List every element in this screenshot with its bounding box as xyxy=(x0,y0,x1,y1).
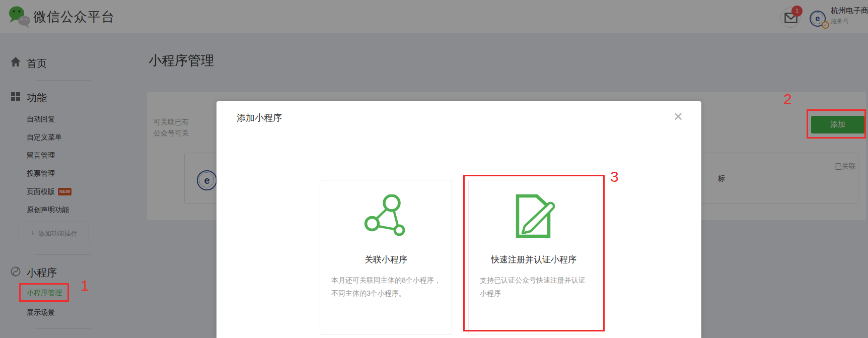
option-link-miniprogram[interactable]: 关联小程序 本月还可关联同主体的8个小程序， 不同主体的3个小程序。 xyxy=(320,180,452,334)
option-description: 本月还可关联同主体的8个小程序， 不同主体的3个小程序。 xyxy=(331,274,442,300)
option-title: 关联小程序 xyxy=(320,254,452,265)
desc-line: 不同主体的3个小程序。 xyxy=(331,287,442,300)
annotation-number-1: 1 xyxy=(81,277,89,294)
modal-title: 添加小程序 xyxy=(237,112,282,124)
desc-line: 本月还可关联同主体的8个小程序， xyxy=(331,274,442,287)
annotation-box-step1 xyxy=(19,283,69,302)
wechat-mp-admin-screen: 微信公众平台 1 e ✓ 杭州电子商 服务号 首页 功能 自动回复 自定义菜单 xyxy=(0,0,868,338)
network-link-icon xyxy=(364,194,409,236)
close-icon[interactable]: ✕ xyxy=(670,108,687,125)
annotation-number-3: 3 xyxy=(610,168,619,185)
annotation-box-step2 xyxy=(807,109,866,139)
annotation-box-step3 xyxy=(463,175,605,331)
annotation-number-2: 2 xyxy=(783,91,792,108)
add-miniprogram-modal: 添加小程序 ✕ 关联小程序 本月还可关联同主体的8个小程序， 不同主体的3个小程… xyxy=(216,101,701,338)
